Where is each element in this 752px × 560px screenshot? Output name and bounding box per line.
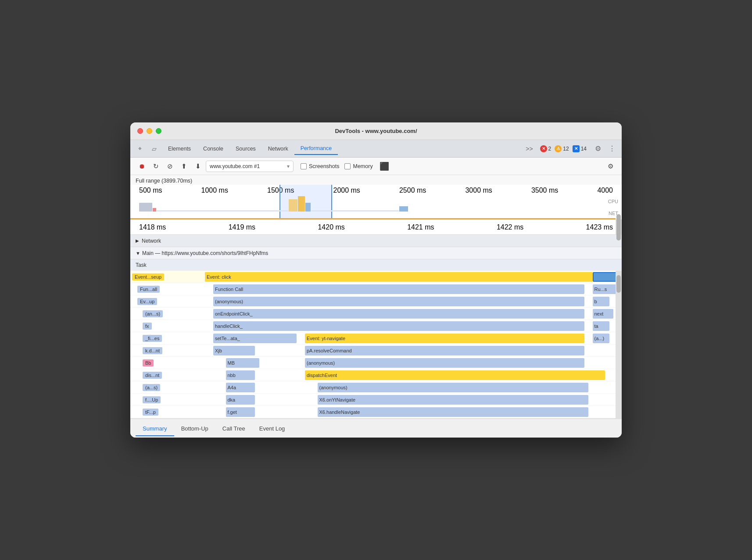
more-tabs-button[interactable]: >> <box>522 144 536 154</box>
zoom-label-3: 1421 ms <box>407 223 434 231</box>
zoom-scrollbar[interactable] <box>616 220 622 234</box>
flame-bar-col-0[interactable]: Event: click <box>205 271 622 283</box>
tl-label-7: 4000 <box>597 187 613 194</box>
flame-scrollbar[interactable] <box>616 271 622 418</box>
tl-label-3: 2000 ms <box>333 187 360 194</box>
flame-bar-col-3[interactable]: onEndpointClick_ next <box>205 308 622 319</box>
flame-bar-5c[interactable]: (a...) <box>593 334 609 343</box>
url-dropdown-icon[interactable]: ▾ <box>287 163 290 169</box>
flame-bar-5b[interactable]: Event: yt-navigate <box>305 334 584 343</box>
flame-bar-11a[interactable]: f.get <box>226 407 255 417</box>
flame-bar-col-4[interactable]: handleClick_ ta <box>205 320 622 332</box>
flame-bar-10b[interactable]: X6.onYtNavigate <box>318 395 589 405</box>
flame-bar-2b[interactable]: b <box>593 297 609 306</box>
flame-scrollbar-thumb[interactable] <box>616 275 621 293</box>
flame-bar-6b[interactable]: pA.resolveCommand <box>305 346 584 355</box>
flame-bar-4[interactable]: handleClick_ <box>213 321 584 331</box>
flame-bar-5a[interactable]: setTe...ata_ <box>213 334 297 343</box>
scrollbar-thumb[interactable] <box>616 214 621 241</box>
cpu-icon[interactable]: ⬛ <box>378 160 390 172</box>
flame-chip-11: tF...p <box>143 409 158 416</box>
more-options-icon[interactable]: ⋮ <box>606 143 618 155</box>
tab-performance[interactable]: Performance <box>294 143 338 155</box>
flame-bar-7a[interactable]: MB <box>226 358 259 368</box>
flame-bar-10a[interactable]: dka <box>226 395 255 405</box>
flame-row-11: tF...p f.get X6.handleNavigate <box>130 406 622 418</box>
tab-badges: ✕ 2 ⚠ 12 ✕ 14 <box>540 145 587 152</box>
tab-network[interactable]: Network <box>262 143 294 154</box>
memory-checkbox[interactable]: Memory <box>344 163 372 169</box>
zoom-label-2: 1420 ms <box>318 223 344 231</box>
perf-settings-icon[interactable]: ⚙ <box>604 160 616 172</box>
main-thread-header: ▼ Main — https://www.youtube.com/shorts/… <box>130 247 622 259</box>
flame-bar-col-9[interactable]: A4a (anonymous) <box>205 381 622 393</box>
flame-bar-9a[interactable]: A4a <box>226 383 255 392</box>
flame-bar-col-6[interactable]: Xjb pA.resolveCommand <box>205 345 622 356</box>
zoom-timeline[interactable]: 1418 ms 1419 ms 1420 ms 1421 ms 1422 ms … <box>130 220 622 235</box>
warning-badge: ⚠ 12 <box>555 145 569 152</box>
cpu-visualization <box>139 194 600 212</box>
tab-elements[interactable]: Elements <box>162 143 197 154</box>
flame-bar-4b[interactable]: ta <box>593 321 609 331</box>
info-badge: ✕ 14 <box>573 145 587 152</box>
record-button[interactable]: ⏺ <box>136 160 148 172</box>
flame-label-0: Event...seup <box>130 273 205 280</box>
flame-bar-7b[interactable]: (anonymous) <box>305 358 584 368</box>
maximize-button[interactable] <box>156 128 161 134</box>
tab-summary[interactable]: Summary <box>136 422 174 436</box>
flame-bar-col-10[interactable]: dka X6.onYtNavigate <box>205 394 622 406</box>
flame-bar-col-7[interactable]: MB (anonymous) <box>205 357 622 369</box>
flame-bar-col-8[interactable]: nbb dispatchEvent <box>205 369 622 381</box>
flame-bar-6a[interactable]: Xjb <box>213 346 255 355</box>
flame-bar-3b[interactable]: next <box>593 309 614 319</box>
reload-button[interactable]: ↻ <box>150 160 162 172</box>
clear-button[interactable]: ⊘ <box>164 160 176 172</box>
cursor-icon[interactable]: ⌖ <box>134 143 146 155</box>
tab-console[interactable]: Console <box>197 143 229 154</box>
flame-bar-0[interactable]: Event: click <box>205 272 593 282</box>
tab-event-log[interactable]: Event Log <box>252 422 292 436</box>
memory-label: Memory <box>353 163 372 169</box>
flame-chart[interactable]: Event...seup Event: click Fun...all Func… <box>130 271 622 418</box>
tab-bottom-up[interactable]: Bottom-Up <box>174 422 215 436</box>
screenshots-checkbox-box[interactable] <box>301 163 307 169</box>
flame-bar-8b[interactable]: dispatchEvent <box>305 370 605 380</box>
flame-row-1: Fun...all Function Call Ru...s <box>130 283 622 295</box>
screenshots-label: Screenshots <box>309 163 339 169</box>
upload-button[interactable]: ⬆ <box>178 160 190 172</box>
flame-bar-2[interactable]: (anonymous) <box>213 297 584 306</box>
screenshots-checkbox[interactable]: Screenshots <box>301 163 339 169</box>
flame-bar-col-1[interactable]: Function Call Ru...s <box>205 283 622 295</box>
minimize-button[interactable] <box>147 128 152 134</box>
flame-bar-11b[interactable]: X6.handleNavigate <box>318 407 589 417</box>
checkbox-group: Screenshots Memory ⬛ <box>301 160 390 172</box>
flame-bar-col-11[interactable]: f.get X6.handleNavigate <box>205 406 622 418</box>
url-bar[interactable]: www.youtube.com #1 ▾ <box>206 161 294 172</box>
settings-icon[interactable]: ⚙ <box>592 143 604 155</box>
flame-bar-1b[interactable]: Ru...s <box>593 284 618 294</box>
flame-row-2: Ev...up (anonymous) b <box>130 295 622 308</box>
zoom-label-1: 1419 ms <box>229 223 255 231</box>
tl-label-0: 500 ms <box>139 187 162 194</box>
device-icon[interactable]: ▱ <box>148 143 160 155</box>
timeline-labels: 500 ms 1000 ms 1500 ms 2000 ms 2500 ms 3… <box>130 187 622 194</box>
memory-checkbox-box[interactable] <box>344 163 351 169</box>
flame-chip-10: f....Up <box>143 396 161 403</box>
timeline-overview[interactable]: 500 ms 1000 ms 1500 ms 2000 ms 2500 ms 3… <box>130 185 622 220</box>
close-button[interactable] <box>137 128 143 134</box>
flame-bar-8a[interactable]: nbb <box>226 370 255 380</box>
network-track-header[interactable]: ▶ Network <box>130 235 622 247</box>
flame-bar-9b[interactable]: (anonymous) <box>318 383 589 392</box>
download-button[interactable]: ⬇ <box>192 160 204 172</box>
flame-row-6: k.d...nt Xjb pA.resolveCommand <box>130 345 622 357</box>
flame-bar-1[interactable]: Function Call <box>213 284 584 294</box>
flame-row-8: dis...nt nbb dispatchEvent <box>130 369 622 381</box>
flame-label-5: _fi...es <box>130 335 205 342</box>
flame-label-9: (a...s) <box>130 384 205 391</box>
main-thread-label: Main — https://www.youtube.com/shorts/9l… <box>142 250 268 256</box>
tab-call-tree[interactable]: Call Tree <box>215 422 252 436</box>
flame-bar-3[interactable]: onEndpointClick_ <box>213 309 584 319</box>
tab-sources[interactable]: Sources <box>229 143 262 154</box>
flame-bar-col-2[interactable]: (anonymous) b <box>205 295 622 307</box>
flame-bar-col-5[interactable]: setTe...ata_ Event: yt-navigate (a...) <box>205 332 622 344</box>
